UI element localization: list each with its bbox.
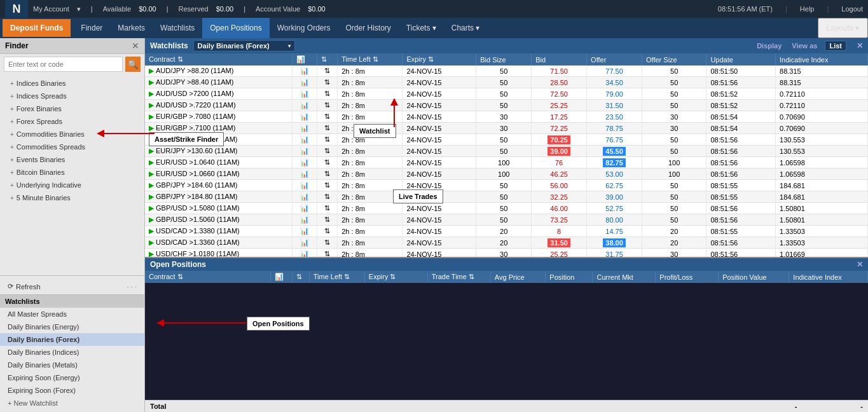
table-row[interactable]: ▶EUR/GBP >.7100 (11AM) 📊 ⇅ 2h : 8m 24-NO…	[145, 123, 868, 134]
tickets-nav-button[interactable]: Tickets ▾	[399, 18, 444, 38]
offer-cell[interactable]: 45.50	[587, 146, 642, 157]
offer-cell[interactable]: 78.75	[587, 123, 642, 134]
display-button[interactable]: Display	[757, 42, 782, 50]
new-watchlist-button[interactable]: + New Watchlist	[0, 397, 144, 409]
bid-cell[interactable]: 8	[532, 226, 587, 237]
sort-icon-cell[interactable]: ⇅	[317, 168, 338, 180]
offer-cell[interactable]: 23.50	[587, 111, 642, 123]
bid-cell[interactable]: 76	[532, 157, 587, 168]
offer-cell[interactable]: 14.75	[587, 226, 642, 237]
bid-cell[interactable]: 25.25	[532, 249, 587, 258]
finder-search-button[interactable]: 🔍	[125, 57, 141, 72]
bid-cell[interactable]: 72.25	[532, 123, 587, 134]
th-offer-size[interactable]: Offer Size	[642, 53, 706, 65]
watchlist-item-expiring-forex[interactable]: Expiring Soon (Forex)	[0, 384, 144, 397]
chart-icon-cell[interactable]: 📊	[293, 77, 317, 88]
offer-cell[interactable]: 76.75	[587, 134, 642, 146]
op-th-expiry[interactable]: Expiry ⇅	[364, 271, 427, 283]
watchlists-panel-close-icon[interactable]: ✕	[857, 41, 863, 50]
sort-icon-cell[interactable]: ⇅	[317, 203, 338, 214]
finder-nav-item-indices-spreads[interactable]: + Indices Spreads	[0, 90, 144, 102]
th-chart-icon[interactable]: 📊	[293, 53, 317, 65]
sort-icon-cell[interactable]: ⇅	[317, 226, 338, 237]
sort-icon-cell[interactable]: ⇅	[317, 100, 338, 111]
my-account-link[interactable]: My Account	[33, 5, 69, 13]
sort-icon-cell[interactable]: ⇅	[317, 237, 338, 249]
charts-nav-button[interactable]: Charts ▾	[444, 18, 488, 38]
op-th-contract[interactable]: Contract ⇅	[145, 271, 271, 283]
th-bid-size[interactable]: Bid Size	[476, 53, 532, 65]
view-mode-button[interactable]: List	[825, 41, 846, 51]
watchlist-item-indices[interactable]: Daily Binaries (Indices)	[0, 346, 144, 359]
th-bid[interactable]: Bid	[532, 53, 587, 65]
layouts-nav-button[interactable]: Layouts ▾	[818, 18, 868, 38]
logout-link[interactable]: Logout	[841, 5, 863, 13]
offer-cell[interactable]: 52.75	[587, 203, 642, 214]
sort-icon-cell[interactable]: ⇅	[317, 65, 338, 77]
sort-icon-cell[interactable]: ⇅	[317, 146, 338, 157]
bid-cell[interactable]: 56.00	[532, 180, 587, 191]
finder-nav-item-5min-binaries[interactable]: + 5 Minute Binaries	[0, 191, 144, 204]
table-row[interactable]: ▶GBP/JPY >184.80 (11AM) 📊 ⇅ 2h : 8m 24-N…	[145, 191, 868, 203]
finder-nav-item-events-binaries[interactable]: + Events Binaries	[0, 153, 144, 166]
sort-icon-cell[interactable]: ⇅	[317, 180, 338, 191]
op-th-position-value[interactable]: Position Value	[719, 271, 789, 283]
table-row[interactable]: ▶GBP/USD >1.5060 (11AM) 📊 ⇅ 2h : 8m 24-N…	[145, 214, 868, 226]
offer-cell[interactable]: 62.75	[587, 180, 642, 191]
open-positions-nav-button[interactable]: Open Positions	[202, 18, 269, 38]
sort-icon-cell[interactable]: ⇅	[317, 77, 338, 88]
th-contract[interactable]: Contract ⇅	[145, 53, 293, 65]
op-th-position[interactable]: Position	[546, 271, 593, 283]
finder-search-input[interactable]	[4, 57, 123, 72]
chart-icon-cell[interactable]: 📊	[293, 168, 317, 180]
chart-icon-cell[interactable]: 📊	[293, 100, 317, 111]
op-th-avg-price[interactable]: Avg Price	[490, 271, 545, 283]
watchlist-item-forex[interactable]: Daily Binaries (Forex)	[0, 333, 144, 346]
watchlist-dropdown[interactable]: Daily Binaries (Forex) ▾	[193, 40, 295, 52]
bid-cell[interactable]: 28.50	[532, 77, 587, 88]
offer-cell[interactable]: 80.00	[587, 214, 642, 226]
chart-icon-cell[interactable]: 📊	[293, 88, 317, 100]
op-th-icon1[interactable]: 📊	[271, 271, 292, 283]
refresh-button[interactable]: ⟳ Refresh - - -	[0, 278, 144, 294]
table-row[interactable]: ▶AUD/USD >7200 (11AM) 📊 ⇅ 2h : 8m 24-NOV…	[145, 88, 868, 100]
bid-cell[interactable]: 71.50	[532, 65, 587, 77]
table-row[interactable]: ▶GBP/JPY >184.60 (11AM) 📊 ⇅ 2h : 8m 24-N…	[145, 180, 868, 191]
table-row[interactable]: ▶AUD/USD >.7220 (11AM) 📊 ⇅ 2h : 8m 24-NO…	[145, 100, 868, 111]
bid-cell[interactable]: 17.25	[532, 111, 587, 123]
table-row[interactable]: ▶AUD/JPY >88.20 (11AM) 📊 ⇅ 2h : 8m 24-NO…	[145, 65, 868, 77]
bid-cell[interactable]: 72.50	[532, 88, 587, 100]
chart-icon-cell[interactable]: 📊	[293, 123, 317, 134]
offer-cell[interactable]: 34.50	[587, 77, 642, 88]
bid-cell[interactable]: 31.50	[532, 237, 587, 249]
table-row[interactable]: ▶USD/CAD >1.3380 (11AM) 📊 ⇅ 2h : 8m 24-N…	[145, 226, 868, 237]
bid-cell[interactable]: 25.25	[532, 100, 587, 111]
order-history-nav-button[interactable]: Order History	[338, 18, 398, 38]
sort-icon-cell[interactable]: ⇅	[317, 88, 338, 100]
help-link[interactable]: Help	[800, 5, 815, 13]
finder-nav-item-indices-binaries[interactable]: + Indices Binaries	[0, 77, 144, 90]
watchlist-item-metals[interactable]: Daily Binaries (Metals)	[0, 359, 144, 371]
chart-icon-cell[interactable]: 📊	[293, 157, 317, 168]
bid-cell[interactable]: 39.00	[532, 146, 587, 157]
working-orders-nav-button[interactable]: Working Orders	[270, 18, 338, 38]
finder-nav-item-forex-spreads[interactable]: + Forex Spreads	[0, 115, 144, 128]
chart-icon-cell[interactable]: 📊	[293, 180, 317, 191]
chart-icon-cell[interactable]: 📊	[293, 111, 317, 123]
table-row[interactable]: ▶EUR/USD >1.0660 (11AM) 📊 ⇅ 2h : 8m 24-N…	[145, 168, 868, 180]
chart-icon-cell[interactable]: 📊	[293, 249, 317, 258]
bid-cell[interactable]: 73.25	[532, 214, 587, 226]
table-row[interactable]: ▶EUR/USD >1.0640 (11AM) 📊 ⇅ 2h : 8m 24-N…	[145, 157, 868, 168]
open-positions-close-icon[interactable]: ✕	[857, 260, 863, 269]
op-th-indicative-index[interactable]: Indicative Index	[789, 271, 868, 283]
finder-nav-item-commodities-spreads[interactable]: + Commodities Spreads	[0, 141, 144, 153]
th-offer[interactable]: Offer	[587, 53, 642, 65]
finder-nav-button[interactable]: Finder	[73, 18, 110, 38]
chart-icon-cell[interactable]: 📊	[293, 134, 317, 146]
chart-icon-cell[interactable]: 📊	[293, 191, 317, 203]
offer-cell[interactable]: 79.00	[587, 88, 642, 100]
offer-cell[interactable]: 31.50	[587, 100, 642, 111]
table-row[interactable]: ▶USD/CHF >1.0180 (11AM) 📊 ⇅ 2h : 8m 24-N…	[145, 249, 868, 258]
bid-cell[interactable]: 70.25	[532, 134, 587, 146]
bid-cell[interactable]: 46.00	[532, 203, 587, 214]
